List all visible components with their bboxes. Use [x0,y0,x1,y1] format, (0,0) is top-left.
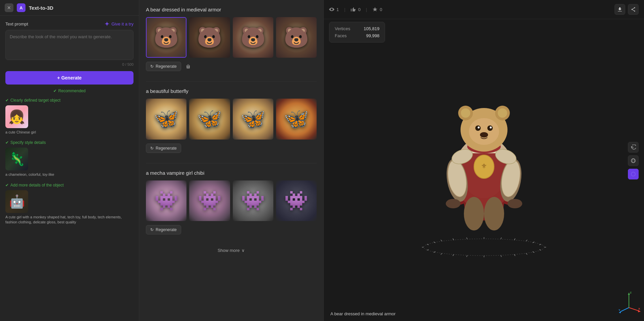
regenerate-button-mecha[interactable]: ↻ Regenerate [146,225,181,234]
regenerate-button-bear[interactable]: ↻ Regenerate [146,62,181,71]
svg-line-57 [467,255,467,257]
gallery-thumb-butterfly-3[interactable]: 🦋 [233,99,273,139]
thumb-inner: 🐻 [233,17,273,58]
tip-desc-3: A cute girl with a monkey shaped hat, te… [5,215,133,225]
gallery-section-butterfly: a beautiful butterfly 🦋 🦋 🦋 🦋 [146,88,317,153]
svg-line-3 [632,8,635,9]
tip-label-text-2: Specify style details [10,140,46,145]
bear-thumb-img-1: 🐻 [154,25,179,49]
svg-line-54 [539,250,541,250]
svg-line-50 [526,240,527,241]
gallery-thumb-bear-1[interactable]: 🐻 [146,17,186,58]
regen-icon-2: ↻ [150,146,154,151]
thumb-inner: 👾 [276,180,317,221]
app-icon: A [17,3,25,12]
gallery-section-bear: A bear dressed in medieval armor 🐻 🐻 🐻 � [146,7,317,71]
axis-svg: Z X Y [617,291,641,314]
gallery-section-title-butterfly: a beautiful butterfly [146,88,317,94]
gallery-thumb-butterfly-4[interactable]: 🦋 [276,99,317,139]
gallery-thumb-mecha-4[interactable]: 👾 [276,180,317,221]
check-icon: ✔ [53,89,57,93]
viewer-actions [614,4,639,15]
svg-line-55 [441,253,442,255]
viewer-model-label: A bear dressed in medieval armor [330,311,395,316]
char-count: 0 / 500 [5,62,133,66]
prompt-textarea[interactable] [5,30,133,60]
download-button[interactable] [614,4,625,15]
tip-thumb-2[interactable]: 🦎 [5,148,28,170]
text-prompt-label: Text prompt [5,21,28,26]
rotation-ring-svg [417,234,551,261]
close-button[interactable]: ✕ [5,3,13,12]
tip-label-2: ✔ Specify style details [5,140,133,145]
svg-point-34 [424,239,544,256]
regen-label: Regenerate [156,64,177,69]
mecha-thumb-img-4: 👾 [284,189,308,212]
svg-point-16 [446,199,461,208]
gallery-thumb-bear-2[interactable]: 🐻 [189,17,230,58]
bear-thumb-img-4: 🐻 [284,25,309,49]
share-icon [631,7,636,12]
check-icon-1: ✔ [5,98,9,103]
tip-thumb-1[interactable]: 👧 [5,105,28,128]
give-it-a-try-button[interactable]: Give it a try [104,21,133,26]
recommended-badge: ✔ Recommended [5,89,133,93]
butterfly-thumb-img-1: 🦋 [154,107,179,131]
bear-thumb-img-2: 🐻 [197,25,222,49]
check-icon-3: ✔ [5,183,9,188]
gallery-thumb-bear-4[interactable]: 🐻 [276,17,317,58]
thumb-inner: 👾 [189,180,230,221]
tip-desc-1: a cute Chinese girl [5,130,133,135]
divider-1 [146,81,317,82]
svg-point-28 [490,126,492,128]
trash-icon [185,64,191,69]
svg-text:Y: Y [619,309,621,312]
bear-model-figure: ⚜ [417,79,551,261]
gallery-section-title-mecha: a mecha vampire girl chibi [146,170,317,176]
thumb-inner: 👾 [233,180,273,221]
svg-line-48 [501,237,501,239]
gallery-thumb-butterfly-1[interactable]: 🦋 [146,99,186,139]
mecha-thumb-img-2: 👾 [198,189,222,212]
viewer-main[interactable]: ⚜ [324,19,644,321]
gallery-thumb-mecha-2[interactable]: 👾 [189,180,230,221]
thumb-inner: 🐻 [276,17,317,58]
svg-text:⚜: ⚜ [481,162,487,170]
viewer-likes-stat: 0 [351,7,361,12]
regenerate-button-butterfly[interactable]: ↻ Regenerate [146,144,181,153]
svg-line-52 [539,244,541,245]
gallery-grid-mecha: 👾 👾 👾 👾 [146,180,317,221]
gallery-grid-bear: 🐻 🐻 🐻 🐻 [146,17,317,58]
views-count: 1 [336,7,339,12]
viewer-views-stat: 1 [329,7,339,12]
tip-thumb-3[interactable]: 🤖 [5,190,28,213]
chameleon-icon: 🦎 [9,152,25,166]
gallery-thumb-bear-3[interactable]: 🐻 [233,17,273,58]
gallery-grid-butterfly: 🦋 🦋 🦋 🦋 [146,99,317,139]
chinese-girl-icon: 👧 [8,109,25,125]
show-more-button[interactable]: Show more ∨ [146,245,317,256]
gallery-thumb-mecha-3[interactable]: 👾 [233,180,273,221]
svg-point-24 [498,108,507,118]
app-title: Text-to-3D [29,5,53,11]
viewer-toolbar: 1 | 0 | 0 [324,0,644,19]
show-more-label: Show more [218,248,240,253]
gallery-thumb-butterfly-2[interactable]: 🦋 [189,99,230,139]
svg-point-17 [507,199,522,208]
svg-line-4 [632,9,635,11]
gallery-thumb-mecha-1[interactable]: 👾 [146,180,186,221]
gallery-actions-butterfly: ↻ Regenerate [146,144,317,153]
svg-line-47 [467,237,467,239]
svg-point-20 [469,118,499,145]
share-button[interactable] [628,4,639,15]
text-prompt-header: Text prompt Give it a try [5,21,133,26]
generate-button[interactable]: + Generate [5,71,133,85]
svg-point-14 [464,197,484,230]
thumb-inner: 🐻 [189,17,230,58]
svg-line-51 [427,244,429,245]
butterfly-thumb-img-3: 🦋 [240,107,266,131]
thumb-inner: 🦋 [233,99,273,139]
delete-button-bear[interactable] [184,62,193,71]
thumb-inner: 🦋 [276,99,317,139]
svg-line-58 [501,255,501,257]
